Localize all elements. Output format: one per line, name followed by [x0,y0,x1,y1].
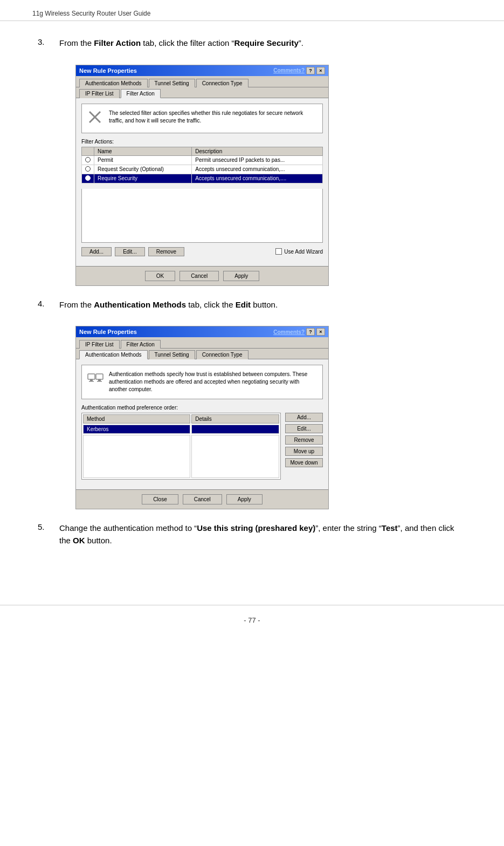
step-4-number: 4. [38,299,59,308]
col-method: Method [83,414,190,424]
radio-permit[interactable] [82,155,94,165]
auth-row-details [191,425,279,434]
tab2-connection-type[interactable]: Connection Type [196,350,248,359]
col-name: Name [94,147,192,155]
dialog2-auth-table-wrapper: Method Details Kerberos [81,413,323,480]
step-5-text: Change the authentication method to “Use… [59,522,466,547]
tab2-auth-methods[interactable]: Authentication Methods [79,350,148,359]
dialog1-container: New Rule Properties Comments? ? × Authen… [75,65,329,286]
step5-text-before: Change the authentication method to “ [59,523,197,533]
svg-rect-7 [97,381,102,382]
dialog2-title: New Rule Properties [79,329,137,335]
step-3-item: 3. From the Filter Action tab, click the… [38,37,466,50]
auth-table-empty-row [83,435,279,478]
dialog1-close-btn[interactable]: × [316,67,325,74]
auth-icon [87,371,103,388]
step-4-item: 4. From the Authentication Methods tab, … [38,299,466,311]
step3-bold1: Filter Action [94,38,141,47]
dialog1-add-btn[interactable]: Add... [81,247,112,256]
page-header: 11g Wireless Security Router User Guide [0,0,504,21]
tab2-ip-filter[interactable]: IP Filter List [79,340,120,349]
step3-bold2: Require Security [234,38,299,47]
dialog1-info-section: The selected filter action specifies whe… [81,104,323,133]
dialog2-remove-btn[interactable]: Remove [285,435,323,445]
step3-text-after: ”. [299,38,303,47]
svg-rect-5 [96,374,103,379]
filter-icon [87,110,103,127]
dialog1-titlebar: New Rule Properties Comments? ? × [76,65,328,76]
step3-text-middle: tab, click the filter action “ [141,38,234,47]
dialog2-movedown-btn[interactable]: Move down [285,458,323,467]
step-5-item: 5. Change the authentication method to “… [38,522,466,547]
auth-row-method[interactable]: Kerberos [83,425,190,434]
radio-circle-require [85,175,91,181]
dialog1-comments-link[interactable]: Comments? [273,67,305,73]
dialog2-side-buttons: Add... Edit... Remove Move up Move down [285,413,323,480]
dialog2-cancel-btn[interactable]: Cancel [183,494,222,504]
row-desc-require: Accepts unsecured communication,.... [192,174,323,183]
dialog1-body: The selected filter action specifies whe… [76,98,328,266]
step-5-number: 5. [38,522,59,531]
radio-circle-permit [85,157,91,162]
dialog2-tab-row1: IP Filter List Filter Action [76,337,328,349]
dialog1-edit-btn[interactable]: Edit... [115,247,145,256]
tab-filter-action[interactable]: Filter Action [121,89,161,98]
step4-text-before: From the [59,300,94,309]
dialog2-help-btn[interactable]: ? [306,328,315,336]
col-radio [82,147,94,155]
dialog1-empty-area [81,189,323,243]
radio-circle-request [85,166,91,172]
tab-ip-filter-list[interactable]: IP Filter List [79,89,120,98]
dialog1-button-row: Add... Edit... Remove Use Add Wizard [81,247,323,256]
table-row[interactable]: Permit Permit unsecured IP packets to pa… [82,155,323,165]
dialog1-ok-btn[interactable]: OK [145,271,175,281]
step5-text-middle: ”, enter the string “ [315,523,382,533]
tab2-filter-action[interactable]: Filter Action [121,340,161,349]
dialog1-cancel-btn[interactable]: Cancel [179,271,219,281]
row-name-permit[interactable]: Permit [94,155,192,165]
dialog1-apply-btn[interactable]: Apply [223,271,259,281]
dialog2-auth-table: Method Details Kerberos [81,413,281,480]
dialog1-info-text: The selected filter action specifies whe… [109,110,317,125]
step4-text-middle: tab, click the [186,300,236,309]
col-details: Details [191,414,279,424]
tab-auth-methods[interactable]: Authentication Methods [79,79,148,87]
tab-tunnel-setting[interactable]: Tunnel Setting [149,79,195,87]
dialog2-titlebar-right: Comments? ? × [273,328,325,336]
dialog2-section-label: Authentication method preference order: [81,405,323,411]
table-row-selected[interactable]: Require Security Accepts unsecured commu… [82,174,323,183]
dialog2-apply-btn[interactable]: Apply [226,494,263,504]
step5-text-end: button. [85,536,112,545]
dialog2-close-btn[interactable]: × [316,328,325,336]
dialog1-remove-btn[interactable]: Remove [148,247,184,256]
row-name-request[interactable]: Request Security (Optional) [94,165,192,174]
table-row[interactable]: Request Security (Optional) Accepts unse… [82,165,323,174]
step4-text-after: button. [251,300,278,309]
dialog2-close-btn2[interactable]: Close [142,494,178,504]
tab-connection-type[interactable]: Connection Type [196,79,248,87]
page-number: - 77 - [244,616,260,624]
dialog2-info-text: Authentication methods specify how trust… [109,371,317,393]
step5-bold3: OK [73,536,85,545]
dialog2-comments-link[interactable]: Comments? [273,329,305,335]
row-desc-request: Accepts unsecured communication,... [192,165,323,174]
dialog2-moveup-btn[interactable]: Move up [285,447,323,456]
dialog2-add-btn[interactable]: Add... [285,413,323,422]
auth-table-row-selected[interactable]: Kerberos [83,425,279,434]
tab2-tunnel-setting[interactable]: Tunnel Setting [149,350,195,359]
step-3-text: From the Filter Action tab, click the fi… [59,37,303,50]
svg-rect-3 [90,379,93,381]
radio-require[interactable] [82,174,94,183]
dialog2-edit-btn[interactable]: Edit... [285,424,323,433]
row-name-require[interactable]: Require Security [94,174,192,183]
wizard-checkbox[interactable] [275,248,282,255]
dialog1-help-btn[interactable]: ? [306,67,315,74]
step4-bold2: Edit [236,300,251,309]
radio-request[interactable] [82,165,94,174]
dialog2-body: Authentication methods specify how trust… [76,359,328,489]
wizard-label: Use Add Wizard [284,249,323,255]
page-content: 3. From the Filter Action tab, click the… [0,21,504,583]
step3-text-before: From the [59,38,94,47]
svg-rect-2 [88,374,95,379]
step4-bold1: Authentication Methods [94,300,186,309]
